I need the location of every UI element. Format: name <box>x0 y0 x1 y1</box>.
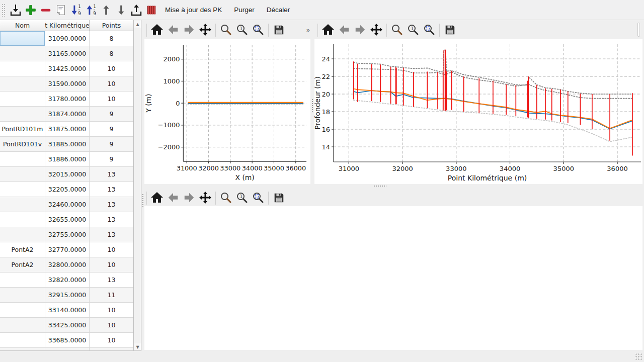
back-button[interactable] <box>165 191 181 206</box>
pan-button[interactable] <box>368 23 384 38</box>
shift-button[interactable]: Décaler <box>261 2 296 18</box>
move-up-button[interactable] <box>99 2 114 18</box>
back-button[interactable] <box>336 23 352 38</box>
table-cell[interactable]: 32205.0000 <box>45 182 90 197</box>
zoom-fit-button[interactable] <box>250 23 266 38</box>
table-cell[interactable]: 33685.0000 <box>45 333 90 348</box>
table-cell[interactable] <box>0 303 45 318</box>
toolbar-overflow-button[interactable]: » <box>304 27 312 34</box>
zoom-button[interactable] <box>389 23 405 38</box>
table-cell[interactable]: 31425.0000 <box>45 61 90 76</box>
table-cell[interactable] <box>0 76 45 92</box>
zoom-one-button[interactable]: 1 <box>234 191 250 206</box>
scroll-down-icon[interactable]: ▼ <box>134 343 141 350</box>
table-cell[interactable]: 32800.0000 <box>45 257 90 273</box>
table-cell[interactable] <box>0 333 45 348</box>
zoom-one-button[interactable]: 1 <box>234 23 250 38</box>
table-cell[interactable]: 31886.0000 <box>45 152 90 167</box>
update-pk-button[interactable]: Mise à jour des PK <box>159 2 228 18</box>
table-cell[interactable] <box>0 46 45 61</box>
table-cell[interactable] <box>0 31 45 46</box>
table-cell[interactable] <box>0 273 45 288</box>
column-header-nom[interactable]: Nom <box>0 20 45 31</box>
save-button[interactable] <box>271 23 287 38</box>
table-cell[interactable]: 13 <box>90 167 134 182</box>
table-cell[interactable]: PontRD101v <box>0 137 45 152</box>
table-cell[interactable] <box>0 107 45 122</box>
column-header-points[interactable]: Points <box>90 20 134 31</box>
purge-button[interactable]: Purger <box>228 2 261 18</box>
table-cell[interactable] <box>0 182 45 197</box>
forward-button[interactable] <box>181 191 197 206</box>
home-button[interactable] <box>320 23 336 38</box>
sort-ascending-button[interactable]: 19 <box>84 2 99 18</box>
profiles-button[interactable] <box>144 2 159 18</box>
home-button[interactable] <box>149 23 165 38</box>
forward-button[interactable] <box>181 23 197 38</box>
table-cell[interactable]: 10 <box>90 242 134 257</box>
table-cell[interactable]: 13 <box>90 197 134 212</box>
import-button[interactable] <box>8 2 23 18</box>
table-cell[interactable] <box>0 318 45 333</box>
table-cell[interactable]: 32820.0000 <box>45 273 90 288</box>
toolbar-mini-scrollbar[interactable] <box>637 23 640 37</box>
table-cell[interactable]: 32770.0000 <box>45 242 90 257</box>
table-cell[interactable] <box>0 92 45 107</box>
table-cell[interactable]: 32655.0000 <box>45 212 90 227</box>
forward-button[interactable] <box>352 23 368 38</box>
move-down-button[interactable] <box>114 2 129 18</box>
zoom-fit-button[interactable] <box>250 191 266 206</box>
zoom-one-button[interactable]: 1 <box>405 23 421 38</box>
table-cell[interactable]: 9 <box>90 122 134 137</box>
table-cell[interactable]: 31875.0000 <box>45 122 90 137</box>
table-cell[interactable] <box>0 167 45 182</box>
table-cell[interactable] <box>0 61 45 76</box>
table-scrollbar[interactable]: ▲ ▼ <box>133 20 141 351</box>
zoom-button[interactable] <box>218 23 234 38</box>
save-button[interactable] <box>442 23 458 38</box>
table-cell[interactable]: 31874.0000 <box>45 107 90 122</box>
table-cell[interactable] <box>0 212 45 227</box>
table-cell[interactable]: 31590.0000 <box>45 76 90 92</box>
table-cell[interactable] <box>0 197 45 212</box>
horizontal-splitter[interactable] <box>144 184 644 188</box>
table-cell[interactable] <box>0 152 45 167</box>
table-cell[interactable] <box>45 348 90 351</box>
table-cell[interactable]: 10 <box>90 76 134 92</box>
table-cell[interactable]: 31165.0000 <box>45 46 90 61</box>
table-cell[interactable]: 13 <box>90 227 134 242</box>
table-cell[interactable] <box>0 348 45 351</box>
table-cell[interactable]: 32015.0000 <box>45 167 90 182</box>
table-cell[interactable]: 8 <box>90 46 134 61</box>
bottom-plot-canvas[interactable] <box>144 206 642 350</box>
table-cell[interactable]: 10 <box>90 318 134 333</box>
table-cell[interactable]: 10 <box>90 303 134 318</box>
table-cell[interactable]: 32915.0000 <box>45 288 90 303</box>
add-button[interactable] <box>23 2 38 18</box>
table-cell[interactable]: 32460.0000 <box>45 197 90 212</box>
table-cell[interactable]: 10 <box>90 61 134 76</box>
sort-descending-button[interactable]: 19 <box>68 2 84 18</box>
pan-button[interactable] <box>197 191 213 206</box>
table-cell[interactable] <box>0 227 45 242</box>
column-header-point-kilometrique[interactable]: t Kilométrique <box>45 20 90 31</box>
export-button[interactable] <box>129 2 144 18</box>
table-cell[interactable]: 9 <box>90 152 134 167</box>
table-cell[interactable]: 10 <box>90 92 134 107</box>
table-cell[interactable]: 11 <box>90 288 134 303</box>
table-cell[interactable]: 33140.0000 <box>45 303 90 318</box>
table-cell[interactable]: 10 <box>90 333 134 348</box>
xy-plot-canvas[interactable]: 310003200033000340003500036000200010000−… <box>144 39 310 184</box>
toolbar-grip[interactable] <box>2 4 5 17</box>
table-cell[interactable]: 31780.0000 <box>45 92 90 107</box>
table-cell[interactable]: 31090.0000 <box>45 31 90 46</box>
profile-plot-canvas[interactable]: 3100032000330003400035000360001416182022… <box>314 39 642 184</box>
table-cell[interactable]: 9 <box>90 107 134 122</box>
table-cell[interactable]: PontRD101m <box>0 122 45 137</box>
remove-button[interactable] <box>38 2 53 18</box>
table-cell[interactable]: 13 <box>90 212 134 227</box>
pan-button[interactable] <box>197 23 213 38</box>
table-cell[interactable]: 13 <box>90 273 134 288</box>
save-button[interactable] <box>271 191 287 206</box>
window-resize-grip[interactable] <box>635 353 642 360</box>
